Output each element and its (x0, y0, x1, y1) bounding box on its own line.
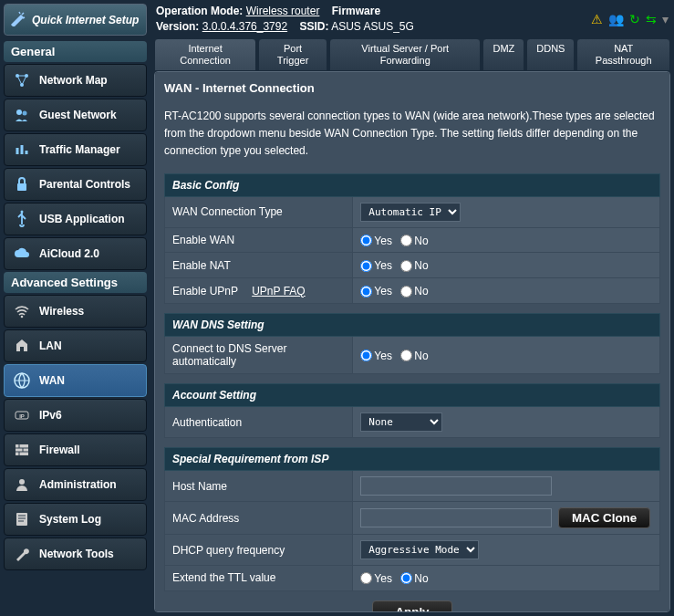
ipv6-icon: IP (12, 405, 32, 425)
enable-upnp-label: Enable UPnP (172, 285, 238, 298)
hostname-input[interactable] (360, 476, 552, 496)
tab-nat-passthrough[interactable]: NAT Passthrough (576, 38, 670, 71)
svg-point-3 (16, 110, 22, 115)
enable-nat-no[interactable] (400, 260, 412, 272)
tab-port-trigger[interactable]: Port Trigger (258, 38, 327, 71)
log-icon (12, 509, 32, 529)
svg-text:IP: IP (19, 413, 25, 419)
version-label: Version: (156, 20, 199, 33)
network-map-icon (12, 70, 32, 90)
enable-nat-yes[interactable] (360, 260, 372, 272)
tab-internet-connection[interactable]: Internet Connection (154, 38, 256, 71)
sidebar-item-system-log[interactable]: System Log (4, 503, 147, 536)
sidebar-item-label: Wireless (39, 305, 84, 318)
sidebar-item-firewall[interactable]: Firewall (4, 433, 147, 466)
sidebar-item-label: Network Map (39, 74, 108, 87)
enable-wan-yes[interactable] (360, 235, 372, 246)
page-description: RT-AC1200 supports several connection ty… (164, 108, 660, 161)
sidebar-general-header: General (4, 41, 147, 62)
upnp-faq-link[interactable]: UPnP FAQ (252, 285, 305, 298)
sidebar-item-lan[interactable]: LAN (4, 329, 147, 362)
users-icon[interactable]: 👥 (608, 12, 624, 26)
op-mode-label: Operation Mode: (156, 5, 243, 17)
enable-upnp-no[interactable] (400, 286, 412, 298)
connect-dns-no[interactable] (400, 350, 412, 361)
enable-wan-label: Enable WAN (165, 227, 353, 253)
authentication-label: Authentication (165, 407, 353, 438)
wan-type-select[interactable]: Automatic IP (360, 203, 461, 222)
dns-setting-header: WAN DNS Setting (165, 314, 660, 337)
lang-icon[interactable]: ▾ (662, 12, 669, 26)
sidebar-item-label: Traffic Manager (39, 143, 120, 156)
sidebar-item-wireless[interactable]: Wireless (4, 295, 147, 328)
tab-port-forwarding[interactable]: Virtual Server / Port Forwarding (329, 38, 481, 71)
apply-button[interactable]: Apply (372, 600, 451, 612)
hostname-label: Host Name (165, 471, 353, 502)
mac-clone-button[interactable]: MAC Clone (558, 507, 650, 528)
svg-point-6 (21, 211, 24, 214)
sidebar-item-network-map[interactable]: Network Map (4, 64, 147, 97)
tab-ddns[interactable]: DDNS (526, 38, 575, 71)
sidebar-item-label: Administration (39, 478, 117, 491)
sidebar-item-usb-application[interactable]: USB Application (4, 203, 147, 235)
sidebar-item-aicloud[interactable]: AiCloud 2.0 (4, 237, 147, 270)
enable-nat-label: Enable NAT (165, 253, 353, 278)
wan-type-label: WAN Connection Type (165, 196, 353, 227)
sidebar-item-parental-controls[interactable]: Parental Controls (4, 168, 147, 201)
sidebar-item-label: Parental Controls (39, 178, 130, 191)
sidebar-item-traffic-manager[interactable]: Traffic Manager (4, 133, 147, 166)
sidebar-advanced-header: Advanced Settings (4, 272, 147, 293)
reboot-icon[interactable]: ↻ (629, 12, 640, 26)
usb-icon (12, 209, 32, 229)
sidebar-item-label: AiCloud 2.0 (39, 247, 99, 260)
sidebar-item-label: LAN (39, 339, 62, 352)
dhcp-freq-label: DHCP query frequency (165, 535, 353, 566)
magic-wand-icon (10, 10, 26, 29)
tab-dmz[interactable]: DMZ (482, 38, 524, 71)
sidebar-item-ipv6[interactable]: IP IPv6 (4, 399, 147, 432)
extend-ttl-no[interactable] (400, 572, 412, 584)
traffic-icon (12, 140, 32, 160)
sidebar-item-label: WAN (39, 374, 65, 387)
ssid-value: ASUS ASUS_5G (331, 20, 414, 33)
sidebar-item-label: System Log (39, 513, 101, 526)
firmware-link[interactable]: 3.0.0.4.376_3792 (202, 20, 287, 33)
sidebar-item-network-tools[interactable]: Network Tools (4, 538, 147, 570)
ssid-label: SSID: (299, 20, 328, 33)
svg-rect-11 (16, 444, 28, 455)
admin-icon (12, 475, 32, 495)
mac-address-input[interactable] (360, 508, 552, 527)
dhcp-freq-select[interactable]: Aggressive Mode (360, 540, 479, 559)
svg-point-7 (21, 316, 24, 318)
op-mode-link[interactable]: Wireless router (246, 5, 320, 17)
page-title: WAN - Internet Connection (164, 81, 660, 95)
guest-network-icon (12, 105, 32, 125)
extend-ttl-yes[interactable] (360, 572, 372, 584)
enable-wan-no[interactable] (400, 235, 412, 246)
sidebar-item-guest-network[interactable]: Guest Network (4, 99, 147, 131)
sidebar-item-label: Guest Network (39, 109, 117, 121)
quick-internet-setup-label: Quick Internet Setup (32, 14, 139, 26)
sidebar-item-wan[interactable]: WAN (4, 364, 147, 397)
cloud-icon (12, 244, 32, 264)
sidebar-item-administration[interactable]: Administration (4, 468, 147, 501)
sidebar-item-label: USB Application (39, 213, 125, 225)
svg-point-12 (19, 479, 25, 485)
enable-upnp-yes[interactable] (360, 286, 372, 298)
tools-icon (12, 544, 32, 564)
authentication-select[interactable]: None (360, 412, 442, 432)
sidebar-item-label: Network Tools (39, 548, 114, 560)
warning-icon[interactable]: ⚠ (591, 12, 603, 26)
globe-icon (12, 371, 32, 391)
status-icons: ⚠ 👥 ↻ ⇆ ▾ (591, 4, 669, 35)
connect-dns-yes[interactable] (360, 350, 372, 361)
firmware-label: Firmware (332, 5, 380, 17)
wireless-icon (12, 301, 32, 321)
svg-rect-5 (17, 183, 26, 191)
basic-config-header: Basic Config (165, 173, 660, 196)
lan-icon (12, 336, 32, 356)
firewall-icon (12, 440, 32, 460)
connect-dns-label: Connect to DNS Server automatically (165, 337, 353, 374)
quick-internet-setup-button[interactable]: Quick Internet Setup (4, 4, 147, 36)
usb-status-icon[interactable]: ⇆ (646, 12, 657, 26)
